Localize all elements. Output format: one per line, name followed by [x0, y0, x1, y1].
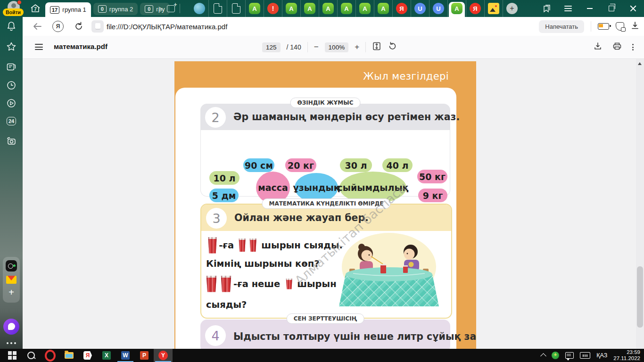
word-icon[interactable]: W: [116, 349, 135, 362]
scrollbar-thumb[interactable]: [637, 266, 643, 328]
scrollbar[interactable]: [636, 59, 644, 349]
a-extension-icon: A: [286, 3, 297, 14]
fit-page-icon[interactable]: [372, 41, 381, 53]
exercise-4-title: Ыдысты толтыру үшін неше литр сұйық зат …: [233, 323, 476, 349]
screenshot-camera-icon[interactable]: [0, 136, 23, 146]
maximize-button[interactable]: [601, 0, 622, 17]
reload-icon[interactable]: [71, 18, 87, 34]
yandex-browser-icon[interactable]: Y: [154, 349, 173, 362]
touch-keyboard-icon[interactable]: [580, 352, 590, 359]
yandex-extension-icon[interactable]: Я: [392, 0, 411, 17]
mail-icon[interactable]: [6, 276, 17, 284]
a-extension-icon[interactable]: A: [374, 0, 392, 17]
bookmarks-star-icon[interactable]: [0, 41, 23, 52]
taskbar-search-button[interactable]: [22, 349, 41, 362]
zoom-in-icon[interactable]: +: [355, 42, 359, 52]
alert-extension-icon[interactable]: !: [264, 0, 282, 17]
powerpoint-icon[interactable]: P: [135, 349, 154, 362]
profile-button[interactable]: Войти: [5, 1, 25, 17]
a-extension-icon[interactable]: A: [245, 0, 264, 17]
document-extension-icon[interactable]: [208, 0, 227, 17]
file-explorer-icon[interactable]: [59, 349, 78, 362]
bookmarks-panel-icon[interactable]: [536, 0, 557, 17]
browser-tab-1[interactable]: 17группа 1: [45, 2, 91, 17]
opera-icon[interactable]: [41, 349, 59, 362]
a-extension-icon[interactable]: A: [282, 0, 300, 17]
a-extension-icon[interactable]: A: [300, 0, 319, 17]
yandex-browser-window: Войти 7 17группа 10группа 20гру > A!AAAA…: [0, 0, 644, 362]
login-badge[interactable]: Войти: [3, 8, 24, 16]
u-extension-icon: U: [433, 3, 444, 14]
pdf-more-icon[interactable]: [632, 44, 634, 50]
translator-globe-icon[interactable]: [190, 0, 208, 17]
pdf-download-icon[interactable]: [594, 42, 602, 52]
document-extension-icon: [214, 3, 222, 14]
a-extension-icon[interactable]: A: [447, 0, 466, 17]
url-text[interactable]: file:///D:/ОҚУЛЫҚТАР/математика.pdf: [107, 23, 227, 31]
document-extension-icon[interactable]: [227, 0, 245, 17]
alice-assistant-icon[interactable]: [3, 319, 19, 335]
clock[interactable]: 23:59 27.11.2022: [613, 349, 640, 362]
sidebar-add-icon[interactable]: +: [3, 287, 20, 298]
juice-cup-icon: [249, 239, 256, 252]
tabs-feed-icon[interactable]: [0, 62, 23, 72]
page-number-input[interactable]: 125: [262, 42, 281, 52]
sidebar-more-icon[interactable]: [0, 342, 23, 344]
pdf-viewport: Жыл мезгілдері ӨЗІНДІК ЖҰМЫС 2 Әр шаманы…: [23, 59, 644, 349]
minimize-button[interactable]: [579, 0, 601, 17]
u-extension-icon[interactable]: U: [429, 0, 447, 17]
pdf-menu-icon[interactable]: [35, 44, 43, 50]
value-pill: 9 кг: [418, 189, 447, 202]
antivirus-tray-icon[interactable]: [552, 352, 559, 359]
start-button[interactable]: [3, 349, 22, 362]
tab-counter: 0: [145, 5, 153, 13]
collections-icon[interactable]: [616, 22, 624, 31]
pdf-toolbar-actions: [594, 36, 634, 58]
browser-menu-button[interactable]: [557, 0, 579, 17]
tab-overflow-chevron-icon[interactable]: >: [158, 4, 162, 13]
notification-dot: [17, 0, 22, 5]
pdf-print-icon[interactable]: [612, 42, 622, 52]
excel-icon[interactable]: X: [97, 349, 116, 362]
notifications-bell-icon[interactable]: [0, 21, 23, 31]
scroll-up-icon[interactable]: [638, 62, 642, 65]
back-icon[interactable]: [29, 18, 45, 34]
yandex24-icon[interactable]: 24: [0, 117, 23, 125]
rotate-icon[interactable]: [388, 41, 397, 53]
notifications-tray-icon[interactable]: [565, 352, 574, 359]
divider: [307, 42, 308, 52]
date: 27.11.2022: [613, 355, 640, 362]
yandex-search-icon[interactable]: Я: [50, 18, 66, 34]
add-extension-icon[interactable]: +: [503, 0, 521, 17]
a-extension-icon[interactable]: A: [337, 0, 355, 17]
video-player-icon[interactable]: [0, 98, 23, 108]
window-controls: [536, 0, 644, 17]
tab-counter: 0: [98, 5, 107, 13]
exercise-2-card: ӨЗІНДІК ЖҰМЫС 2 Әр шаманың мәндерін өсу …: [200, 104, 450, 196]
browser-tab-2[interactable]: 0группа 2: [93, 3, 138, 15]
children-table-illustration: [339, 231, 439, 312]
juice-cup-icon: [286, 279, 292, 289]
new-tab-button[interactable]: [167, 5, 175, 12]
yandex-extension-icon[interactable]: Я: [466, 0, 484, 17]
messenger-icon[interactable]: [6, 260, 17, 272]
a-extension-icon[interactable]: A: [319, 0, 337, 17]
zoom-level[interactable]: 100%: [325, 42, 349, 52]
a-extension-icon[interactable]: A: [355, 0, 374, 17]
value-pill: 40 л: [382, 158, 413, 172]
tray-expand-icon[interactable]: [540, 353, 546, 359]
downloads-icon[interactable]: [631, 21, 639, 32]
images-extension-icon: [488, 3, 499, 14]
u-extension-icon[interactable]: U: [411, 0, 429, 17]
a-extension-icon: A: [359, 3, 371, 14]
yandex-legacy-icon[interactable]: Я: [78, 349, 97, 362]
zoom-out-icon[interactable]: −: [314, 42, 319, 52]
alert-extension-icon: !: [267, 3, 279, 14]
close-button[interactable]: [622, 0, 644, 17]
language-indicator[interactable]: ҚАЗ: [596, 352, 607, 359]
battery-saver-icon[interactable]: [598, 23, 609, 30]
home-tab-button[interactable]: 7: [27, 2, 43, 15]
images-extension-icon[interactable]: [484, 0, 503, 17]
history-icon[interactable]: [0, 80, 23, 90]
print-page-button[interactable]: Напечатать: [539, 20, 584, 33]
